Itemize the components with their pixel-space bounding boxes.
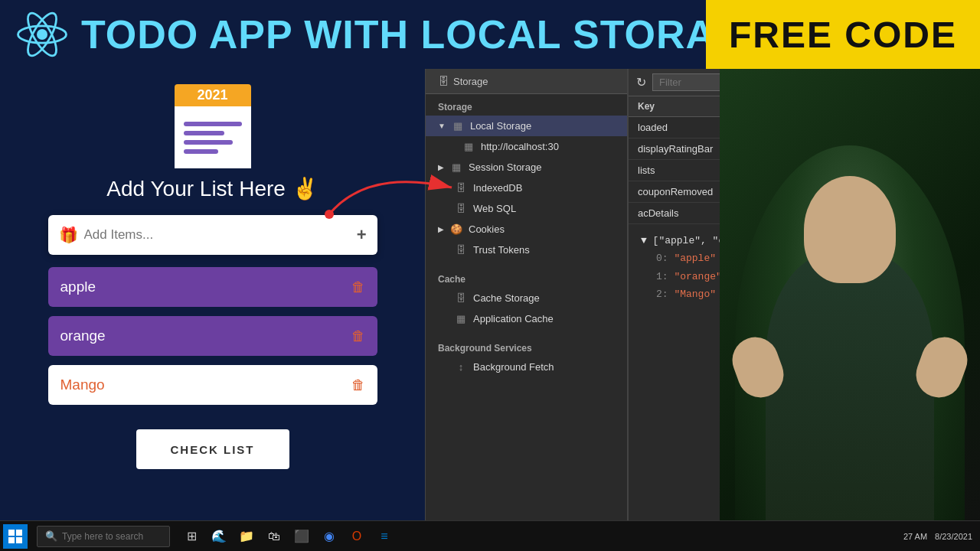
todo-icon-line-2 [184, 131, 224, 135]
cache-storage-label: Cache Storage [473, 292, 540, 304]
cache-storage-icon: 🗄 [455, 292, 467, 304]
jacket-shape [766, 253, 934, 520]
cookies-icon: 🍪 [450, 223, 462, 235]
trust-tokens-item[interactable]: 🗄 Trust Tokens [426, 240, 627, 260]
json-index-0: 0: [656, 253, 674, 264]
json-index-2: 2: [656, 289, 674, 300]
todo-item-text-orange: orange [60, 328, 106, 344]
react-logo-icon [15, 8, 69, 61]
taskbar-right: 27 AM 8/23/2021 [903, 532, 980, 541]
application-cache-label: Application Cache [473, 313, 554, 324]
todo-item-text-mango: Mango [60, 377, 105, 393]
json-value-1: "orange" [674, 271, 721, 282]
todo-icon-line-1 [184, 122, 242, 126]
local-storage-url-item[interactable]: ▦ http://localhost:30 [426, 136, 627, 157]
background-fetch-item[interactable]: ↕ Background Fetch [426, 357, 627, 377]
taskbar: 🔍 ⊞ 🌊 📁 🛍 ⬛ ◉ O ≡ 27 AM 8/23/2021 [0, 520, 980, 551]
head-shape [804, 176, 896, 283]
search-icon: 🔍 [45, 530, 57, 542]
left-panel: 2021 Add Your List Here ✌ 🎁 + apple 🗑 [0, 69, 425, 551]
local-storage-url-label: http://localhost:30 [481, 141, 559, 152]
svg-rect-8 [8, 537, 15, 543]
input-emoji-icon: 🎁 [59, 226, 78, 244]
refresh-button[interactable]: ↻ [636, 75, 646, 90]
header-title-part1: TODO APP WITH [81, 12, 421, 57]
websql-label: Web SQL [473, 203, 516, 214]
taskbar-icons: ⊞ 🌊 📁 🛍 ⬛ ◉ O ≡ [179, 524, 397, 549]
svg-point-0 [37, 29, 47, 40]
content-row: 2021 Add Your List Here ✌ 🎁 + apple 🗑 [0, 69, 980, 551]
session-storage-label: Session Storage [469, 161, 541, 173]
todo-icon-line-4 [184, 149, 219, 154]
file-explorer-icon[interactable]: 📁 [234, 524, 259, 549]
expand-arrow-icon: ▼ [438, 122, 446, 130]
input-row[interactable]: 🎁 + [48, 215, 377, 255]
trust-tokens-label: Trust Tokens [473, 244, 530, 256]
cookies-item[interactable]: ▶ 🍪 Cookies [426, 219, 627, 240]
todo-heading: Add Your List Here ✌ [106, 176, 318, 201]
trash-icon-apple[interactable]: 🗑 [351, 279, 365, 295]
json-value-2: "Mango" [674, 289, 716, 300]
todo-item-apple[interactable]: apple 🗑 [48, 267, 377, 307]
header: TODO APP WITH LOCAL STORAGE FREE CODE [0, 0, 980, 69]
local-storage-label: Local Storage [470, 120, 531, 132]
devtools-top-label: Storage [453, 76, 488, 87]
session-storage-item[interactable]: ▶ ▦ Session Storage [426, 157, 627, 178]
storage-stack-icon: 🗄 [438, 75, 449, 87]
todo-icon: 2021 [175, 84, 251, 168]
taskbar-search[interactable]: 🔍 [37, 526, 170, 547]
taskbar-search-input[interactable] [62, 531, 162, 542]
todo-icon-body [175, 106, 251, 168]
screen-container: TODO APP WITH LOCAL STORAGE FREE CODE 20… [0, 0, 980, 551]
add-item-button[interactable]: + [357, 225, 367, 245]
indexeddb-label: IndexedDB [473, 182, 522, 194]
terminal-icon[interactable]: ⬛ [289, 524, 314, 549]
session-storage-icon: ▦ [450, 161, 462, 173]
cookies-label: Cookies [469, 223, 505, 235]
trash-icon-orange[interactable]: 🗑 [351, 328, 365, 344]
json-index-1: 1: [656, 271, 674, 282]
indexeddb-icon: 🗄 [455, 182, 467, 194]
websql-item[interactable]: 🗄 Web SQL [426, 198, 627, 219]
application-cache-item[interactable]: ▦ Application Cache [426, 308, 627, 329]
session-collapse-arrow-icon: ▶ [438, 163, 444, 171]
svg-rect-9 [16, 537, 22, 543]
local-storage-url-icon: ▦ [462, 141, 475, 152]
check-list-button[interactable]: CHECK LIST [136, 429, 289, 469]
todo-item-text-apple: apple [60, 279, 96, 295]
todo-item-orange[interactable]: orange 🗑 [48, 316, 377, 356]
json-value-0: "apple" [674, 253, 716, 264]
task-view-icon[interactable]: ⊞ [179, 524, 204, 549]
office-icon[interactable]: O [345, 524, 369, 549]
svg-rect-6 [8, 530, 15, 536]
taskbar-time: 27 AM [903, 532, 927, 541]
vscode-icon[interactable]: ≡ [372, 524, 397, 549]
devtools-tree-panel: 🗄 Storage Storage ▼ ▦ Local Storage ▦ ht… [425, 69, 628, 551]
windows-start-icon[interactable] [3, 524, 28, 549]
free-code-text: FREE CODE [729, 14, 957, 56]
storage-section-label: Storage [426, 94, 627, 116]
json-expand-icon: ▼ [641, 235, 653, 246]
local-storage-item[interactable]: ▼ ▦ Local Storage [426, 116, 627, 136]
cache-storage-item[interactable]: 🗄 Cache Storage [426, 288, 627, 308]
todo-item-mango[interactable]: Mango 🗑 [48, 365, 377, 405]
application-cache-icon: ▦ [455, 313, 467, 324]
cache-section-label: Cache [426, 266, 627, 288]
bg-services-section-label: Background Services [426, 335, 627, 357]
free-code-badge: FREE CODE [706, 0, 980, 69]
trash-icon-mango[interactable]: 🗑 [351, 377, 365, 393]
local-storage-icon: ▦ [452, 120, 464, 132]
chrome-icon[interactable]: ◉ [317, 524, 341, 549]
taskbar-date: 8/23/2021 [935, 532, 972, 541]
header-title: TODO APP WITH LOCAL STORAGE [81, 15, 774, 54]
cookies-arrow-icon: ▶ [438, 225, 444, 233]
store-icon[interactable]: 🛍 [262, 524, 286, 549]
add-item-input[interactable] [84, 227, 357, 243]
todo-icon-year: 2021 [175, 84, 251, 106]
svg-rect-7 [16, 530, 22, 536]
edge-icon[interactable]: 🌊 [207, 524, 231, 549]
indexeddb-item[interactable]: 🗄 IndexedDB [426, 178, 627, 198]
todo-icon-line-3 [184, 140, 234, 145]
person-thumbnail [720, 69, 980, 551]
background-fetch-icon: ↕ [455, 361, 467, 373]
